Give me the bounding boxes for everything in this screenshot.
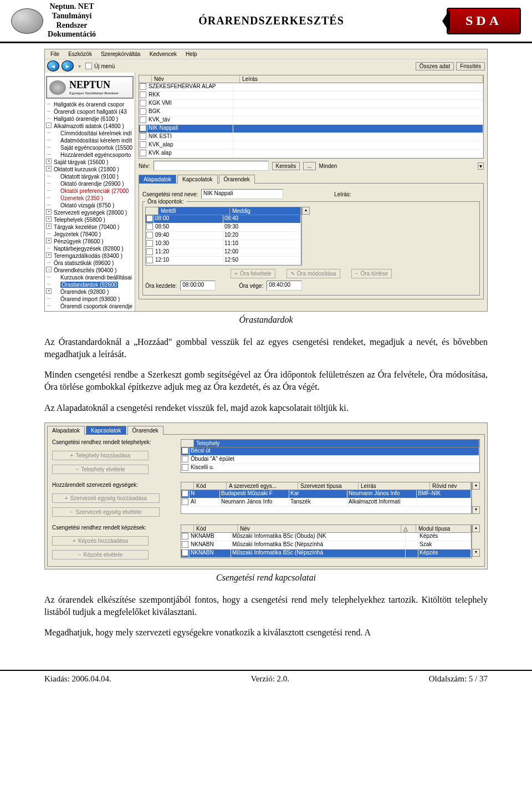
header-left-text: Neptun. NET Tanulmányi Rendszer Dokument… [48, 2, 96, 39]
forward-button[interactable]: ► [62, 60, 74, 72]
vege-label: Óra vége: [239, 283, 263, 289]
nev-input[interactable] [154, 161, 269, 171]
grid-row-selected: NIK Nappali [139, 125, 483, 133]
dropdown-icon[interactable]: ▾ [478, 162, 484, 170]
szerv-label: Hozzárendelt szervezeti egységek: [52, 482, 174, 488]
tab2-orarendek[interactable]: Órarendek [127, 426, 163, 435]
tab2-kapcsolatok[interactable]: Kapcsolatok [86, 426, 126, 435]
caption-orastandardok: Órastandardok [44, 315, 488, 325]
paragraph-5: Megadhatjuk, hogy mely szervezeti egység… [44, 627, 488, 639]
vege-input[interactable]: 08:40:00 [267, 281, 302, 291]
ora-modositasa-button[interactable]: ✎Óra módosítása [287, 269, 340, 278]
kepzes-del-button[interactable]: −Képzés elvétele [52, 550, 149, 559]
menu-file[interactable]: File [47, 50, 63, 58]
osszes-adat-button[interactable]: Összes adat [416, 62, 454, 70]
minus-icon: − [355, 271, 359, 277]
screenshot-orastandardok: File Eszközök Szerepkörváltás Kedvencek … [44, 49, 488, 312]
header-left: Neptun. NET Tanulmányi Rendszer Dokument… [11, 2, 96, 39]
scrollbar[interactable]: ▴▾ [472, 482, 480, 514]
paragraph-2: Minden csengetési rendbe a Szerkeszt gom… [44, 369, 488, 393]
ora-felvetele-button[interactable]: +Óra felvétele [231, 269, 275, 278]
plus-icon: + [73, 538, 76, 544]
szerv-grid[interactable]: Kód A szervezeti egys... Szervezet típus… [181, 482, 472, 514]
ora-torlese-button[interactable]: −Óra törlése [351, 269, 392, 278]
sda-logo: SDA [447, 8, 521, 34]
plus-icon: + [70, 452, 74, 459]
paragraph-4: Az órarendek elkészítése szempontjából f… [44, 594, 488, 618]
dots-button[interactable]: ... [303, 162, 315, 170]
back-button[interactable]: ◄ [47, 60, 59, 72]
minus-icon: − [70, 509, 74, 515]
scrollbar[interactable]: ▴▾ [472, 525, 480, 558]
tab-alapadatok[interactable]: Alapadatok [139, 175, 176, 184]
telephely-grid[interactable]: Telephely Bécsi út Óbudai "A" épület Kis… [181, 439, 480, 473]
telephely-label: Csengetési rendhez rendelt telephelyek: [52, 439, 174, 445]
header-right: SDA [447, 8, 521, 34]
kereses-button[interactable]: Keresés [272, 162, 300, 170]
footer-oldalszam: Oldalszám: 5 / 37 [429, 674, 488, 684]
uj-menu-label: Új menü [94, 63, 115, 69]
screenshot-kapcsolatok: Alapadatok Kapcsolatok Órarendek Csenget… [44, 423, 488, 569]
uj-menu-checkbox[interactable] [85, 63, 92, 69]
neptun-sub: Egységes Tanulmányi Rendszer [69, 91, 119, 95]
szerv-add-button[interactable]: +Szervezeti egység hozzáadása [52, 493, 160, 503]
leiras-label: Leírás: [334, 191, 351, 197]
header-line4: Dokumentáció [48, 30, 96, 39]
csengetesi-label: Csengetési rend neve: [142, 191, 198, 197]
page-footer: Kiadás: 2006.04.04. Verzió: 2.0. Oldalsz… [0, 670, 532, 687]
tab2-alapadatok[interactable]: Alapadatok [47, 426, 85, 435]
detail-tabs: Alapadatok Kapcsolatok Órarendek [139, 174, 484, 183]
neptun-logo-box: NEPTUN Egységes Tanulmányi Rendszer [46, 76, 134, 99]
page-header: Neptun. NET Tanulmányi Rendszer Dokument… [0, 0, 532, 43]
menu-szerepkor[interactable]: Szerepkörváltás [98, 50, 144, 58]
nev-label: Név: [139, 163, 150, 169]
menubar: File Eszközök Szerepkörváltás Kedvencek … [45, 49, 487, 59]
kepzes-grid[interactable]: Kód Név △ Modul típusa NKNAMBMűszaki Inf… [181, 525, 472, 558]
telephely-del-button[interactable]: −Telephely elvétele [52, 465, 149, 474]
frissites-button[interactable]: Frissítés [456, 62, 485, 70]
plus-icon: + [65, 495, 68, 501]
tab-orarendek[interactable]: Órarendek [219, 175, 255, 184]
caption-kapcsolatok: Csengetési rend kapcsolatai [44, 573, 488, 583]
menu-eszkozok[interactable]: Eszközök [65, 50, 95, 58]
plus-icon: + [234, 271, 238, 277]
minus-icon: − [75, 466, 79, 472]
footer-verzio: Verzió: 2.0. [251, 674, 290, 684]
edit-icon: ✎ [290, 271, 295, 277]
minden-label: Minden [319, 163, 337, 169]
telephely-add-button[interactable]: +Telephely hozzáadása [52, 451, 149, 460]
header-line2: Tanulmányi [48, 12, 96, 21]
page-title: ÓRARENDSZERKESZTÉS [96, 14, 447, 27]
csengetesi-grid[interactable]: Név Leírás SZÉKESFEHÉRVÁR ALAP RKK KGK V… [139, 75, 484, 159]
minus-icon: − [78, 552, 81, 558]
neptun-brand: NEPTUN [69, 79, 119, 91]
kepzes-label: Csengetési rendhez rendelt képzések: [52, 525, 174, 531]
header-line3: Rendszer [48, 21, 96, 30]
menu-help[interactable]: Help [182, 50, 201, 58]
neptun-oval-logo [11, 8, 43, 34]
tab-kapcsolatok[interactable]: Kapcsolatok [177, 175, 217, 184]
header-line1: Neptun. NET [48, 2, 96, 12]
szerv-del-button[interactable]: −Szervezeti egység elvétele [52, 507, 160, 517]
kezdete-input[interactable]: 08:00:00 [180, 281, 216, 291]
ora-idopontok-group: Óra idopontok: Mettől Meddig 08:0008:40 [142, 201, 480, 296]
scrollbar[interactable]: ▴ [301, 207, 310, 266]
tree-orastandardok: Órastandardok (92600 [46, 281, 135, 288]
kepzes-add-button[interactable]: +Képzés hozzáadása [52, 536, 149, 546]
paragraph-3: Az Alapadatoknál a csengetési rendeket v… [44, 402, 488, 414]
footer-kiadas: Kiadás: 2006.04.04. [44, 674, 111, 684]
time-grid[interactable]: Mettől Meddig 08:0008:40 08:5009:30 09:4… [145, 207, 301, 266]
navigation-tree[interactable]: Hallgatók és órarendi csopor Órarendi cs… [45, 100, 135, 311]
csengetesi-input[interactable]: NIK Nappali [201, 189, 283, 199]
menu-kedvencek[interactable]: Kedvencek [146, 50, 180, 58]
kezdete-label: Óra kezdete: [145, 283, 177, 289]
paragraph-1: Az Órastandardoknál a „Hozzáad" gombbal … [44, 336, 488, 360]
